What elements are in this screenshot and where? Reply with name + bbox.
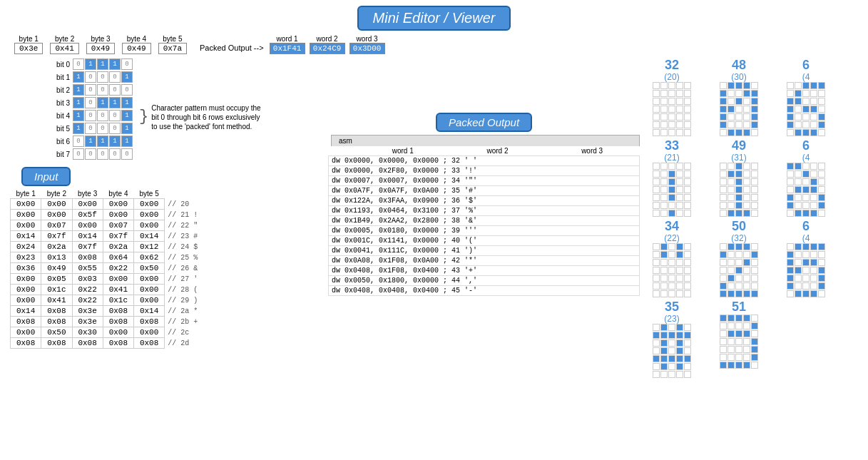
char-pixel — [818, 186, 825, 193]
char-pixel — [727, 315, 735, 322]
bit-cell[interactable]: 1 — [121, 110, 133, 121]
table-row: 0x240x2a0x7f0x2a0x12// 24 $ — [11, 242, 203, 252]
bit-cell[interactable]: 1 — [121, 71, 133, 83]
bit-cell[interactable]: 0 — [109, 110, 121, 121]
char-pixel — [720, 186, 727, 193]
bit-cell[interactable]: 0 — [109, 148, 121, 160]
cell-value: 0x1c — [103, 295, 133, 306]
bit-cell[interactable]: 1 — [73, 71, 84, 83]
app-title: Mini Editor / Viewer — [357, 6, 511, 31]
bit-cell[interactable]: 0 — [73, 58, 84, 70]
char-pixel — [720, 129, 727, 136]
char-pixel — [684, 347, 691, 354]
char-pixel — [660, 178, 668, 185]
cell-value: 0x00 — [41, 210, 72, 220]
char-pixel — [720, 330, 727, 337]
cell-value: 0x00 — [134, 285, 165, 295]
bit-cell[interactable]: 1 — [121, 136, 133, 147]
bit-cell[interactable]: 1 — [121, 123, 133, 134]
bit-row-label: bit 7 — [50, 150, 70, 158]
bit-cell[interactable]: 0 — [73, 136, 84, 147]
bit-cell[interactable]: 1 — [85, 136, 96, 147]
bit-cell[interactable]: 1 — [73, 110, 84, 121]
cell-value: 0x22 — [72, 295, 103, 306]
bit-cell[interactable]: 0 — [85, 110, 96, 121]
cell-value: 0x14 — [72, 231, 103, 242]
char-pixel — [676, 106, 683, 113]
output-col-header: word 2 — [450, 146, 545, 156]
char-pixel — [720, 202, 727, 209]
output-table: word 1word 2word 3 dw 0x0000, 0x0000, 0x… — [328, 146, 640, 296]
char-pixel — [802, 106, 810, 113]
bit-cell[interactable]: 1 — [73, 97, 84, 108]
char-pixel — [668, 121, 675, 128]
char-pixel — [684, 210, 691, 217]
row-comment: // 25 % — [165, 252, 203, 263]
bit-cell[interactable]: 1 — [97, 58, 108, 70]
bit-cell[interactable]: 1 — [109, 58, 121, 70]
bit-cell[interactable]: 0 — [109, 84, 121, 96]
bit-cell[interactable]: 0 — [97, 110, 108, 121]
bit-cell[interactable]: 0 — [121, 58, 133, 70]
cell-value: 0x3e — [72, 306, 103, 317]
bit-cell[interactable]: 0 — [85, 71, 96, 83]
char-pixel — [676, 170, 683, 178]
char-pixel — [660, 339, 668, 347]
table-row: 0x140x7f0x140x7f0x14// 23 # — [11, 231, 203, 242]
char-pixel — [660, 194, 668, 201]
bit-row: bit 510001 — [50, 123, 133, 134]
bit-cell[interactable]: 0 — [85, 84, 96, 96]
char-pixel — [787, 186, 794, 193]
bit-cell[interactable]: 0 — [97, 123, 108, 134]
char-pixel — [787, 178, 794, 185]
cell-value: 0x00 — [72, 220, 103, 231]
char-pixel — [743, 282, 750, 290]
char-pixel — [795, 98, 802, 105]
bit-cell[interactable]: 0 — [121, 148, 133, 160]
output-code: dw 0x122A, 0x3FAA, 0x0900 ; 36 '$' — [329, 196, 640, 206]
char-pixel — [735, 330, 742, 337]
bit-row: bit 210000 — [50, 84, 133, 96]
char-pixel — [795, 275, 802, 282]
cell-value: 0x00 — [103, 210, 133, 220]
char-sub: (22) — [664, 234, 679, 243]
char-pixel — [668, 98, 675, 105]
char-pixel — [720, 338, 727, 345]
bit-cell[interactable]: 1 — [97, 136, 108, 147]
char-pixel — [653, 82, 660, 89]
bit-cell[interactable]: 1 — [73, 123, 84, 134]
bit-cell[interactable]: 0 — [97, 148, 108, 160]
char-pixel — [743, 98, 750, 105]
bit-cell[interactable]: 1 — [109, 97, 121, 108]
char-pixel — [720, 90, 727, 97]
bit-cell[interactable]: 0 — [85, 97, 96, 108]
char-pixel — [735, 121, 742, 128]
bit-cell[interactable]: 0 — [85, 148, 96, 160]
bit-cell[interactable]: 0 — [109, 123, 121, 134]
char-pixel — [668, 202, 675, 209]
bit-cell[interactable]: 1 — [85, 58, 96, 70]
char-pixel — [751, 163, 758, 170]
bit-cell[interactable]: 0 — [109, 71, 121, 83]
bit-cell[interactable]: 1 — [73, 84, 84, 96]
byte-label: byte 3 — [91, 35, 110, 43]
bit-cell[interactable]: 0 — [97, 71, 108, 83]
output-col-header: word 3 — [545, 146, 640, 156]
cell-value: 0x08 — [72, 338, 103, 349]
char-pixel — [660, 186, 668, 193]
bit-cell[interactable]: 0 — [97, 84, 108, 96]
char-pixel — [751, 338, 758, 345]
bit-cell[interactable]: 0 — [85, 123, 96, 134]
bit-cell[interactable]: 0 — [121, 84, 133, 96]
input-table: byte 1byte 2byte 3byte 4byte 5 0x000x000… — [10, 189, 203, 349]
bit-cell[interactable]: 1 — [109, 136, 121, 147]
bit-cell[interactable]: 1 — [97, 97, 108, 108]
bit-cell[interactable]: 1 — [121, 97, 133, 108]
cell-value: 0x00 — [72, 199, 103, 210]
asm-tab[interactable]: asm — [331, 135, 640, 146]
cell-value: 0x22 — [72, 285, 103, 295]
char-pixel — [787, 290, 794, 297]
char-pixel — [684, 90, 691, 97]
bit-cell[interactable]: 0 — [73, 148, 84, 160]
char-pixel — [684, 186, 691, 193]
